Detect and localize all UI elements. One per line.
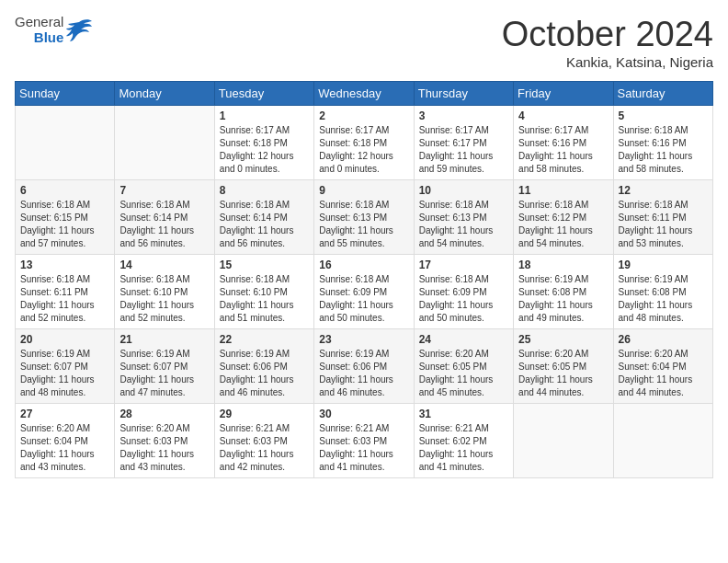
cell-content: Sunrise: 6:17 AMSunset: 6:16 PMDaylight:… — [518, 124, 608, 176]
day-number: 29 — [220, 408, 309, 420]
cell-content: Sunrise: 6:17 AMSunset: 6:18 PMDaylight:… — [220, 124, 309, 176]
day-number: 10 — [419, 184, 508, 197]
day-number: 4 — [518, 109, 608, 122]
day-number: 27 — [20, 408, 109, 420]
weekday-header: Sunday — [16, 82, 115, 106]
day-number: 21 — [119, 333, 209, 346]
day-number: 25 — [518, 333, 608, 346]
calendar-cell: 27Sunrise: 6:20 AMSunset: 6:04 PMDayligh… — [16, 404, 115, 478]
day-number: 7 — [119, 184, 209, 197]
calendar-cell: 16Sunrise: 6:18 AMSunset: 6:09 PMDayligh… — [314, 255, 414, 329]
day-number: 18 — [518, 259, 608, 271]
calendar-cell — [115, 106, 214, 180]
cell-content: Sunrise: 6:20 AMSunset: 6:05 PMDaylight:… — [518, 348, 608, 399]
day-number: 12 — [619, 184, 708, 197]
day-number: 28 — [119, 408, 209, 420]
cell-content: Sunrise: 6:20 AMSunset: 6:03 PMDaylight:… — [119, 422, 209, 474]
day-number: 20 — [20, 333, 109, 346]
cell-content: Sunrise: 6:21 AMSunset: 6:03 PMDaylight:… — [220, 422, 309, 474]
cell-content: Sunrise: 6:18 AMSunset: 6:15 PMDaylight:… — [20, 199, 109, 250]
day-number: 13 — [20, 259, 109, 271]
calendar-cell: 13Sunrise: 6:18 AMSunset: 6:11 PMDayligh… — [16, 255, 115, 329]
calendar-cell: 2Sunrise: 6:17 AMSunset: 6:18 PMDaylight… — [314, 106, 414, 180]
page-header: General Blue October 2024 Kankia, Katsin… — [15, 15, 713, 70]
day-number: 31 — [419, 408, 508, 420]
day-number: 2 — [319, 109, 408, 122]
calendar-cell: 24Sunrise: 6:20 AMSunset: 6:05 PMDayligh… — [414, 329, 513, 404]
calendar-cell: 28Sunrise: 6:20 AMSunset: 6:03 PMDayligh… — [115, 404, 214, 478]
calendar-cell: 22Sunrise: 6:19 AMSunset: 6:06 PMDayligh… — [214, 329, 313, 404]
cell-content: Sunrise: 6:18 AMSunset: 6:13 PMDaylight:… — [419, 199, 508, 250]
calendar-cell: 4Sunrise: 6:17 AMSunset: 6:16 PMDaylight… — [514, 106, 613, 180]
cell-content: Sunrise: 6:18 AMSunset: 6:14 PMDaylight:… — [220, 199, 309, 250]
logo-blue: Blue — [34, 30, 64, 46]
cell-content: Sunrise: 6:18 AMSunset: 6:13 PMDaylight:… — [319, 199, 408, 250]
calendar-cell: 1Sunrise: 6:17 AMSunset: 6:18 PMDaylight… — [214, 106, 313, 180]
cell-content: Sunrise: 6:18 AMSunset: 6:10 PMDaylight:… — [119, 273, 209, 325]
calendar-cell — [613, 404, 712, 478]
logo: General Blue — [15, 15, 93, 45]
day-number: 17 — [419, 259, 508, 271]
day-number: 23 — [319, 333, 408, 346]
calendar-cell: 15Sunrise: 6:18 AMSunset: 6:10 PMDayligh… — [214, 255, 313, 329]
calendar-cell: 17Sunrise: 6:18 AMSunset: 6:09 PMDayligh… — [414, 255, 513, 329]
cell-content: Sunrise: 6:17 AMSunset: 6:17 PMDaylight:… — [419, 124, 508, 176]
weekday-header: Monday — [115, 82, 214, 106]
cell-content: Sunrise: 6:18 AMSunset: 6:16 PMDaylight:… — [619, 124, 708, 176]
calendar-cell — [16, 106, 115, 180]
calendar-cell: 7Sunrise: 6:18 AMSunset: 6:14 PMDaylight… — [115, 180, 214, 255]
calendar-cell: 3Sunrise: 6:17 AMSunset: 6:17 PMDaylight… — [414, 106, 513, 180]
calendar-cell: 14Sunrise: 6:18 AMSunset: 6:10 PMDayligh… — [115, 255, 214, 329]
day-number: 8 — [220, 184, 309, 197]
day-number: 6 — [20, 184, 109, 197]
calendar-cell: 30Sunrise: 6:21 AMSunset: 6:03 PMDayligh… — [314, 404, 414, 478]
calendar-cell: 21Sunrise: 6:19 AMSunset: 6:07 PMDayligh… — [115, 329, 214, 404]
weekday-header: Wednesday — [314, 82, 414, 106]
day-number: 1 — [220, 109, 309, 122]
calendar-cell: 11Sunrise: 6:18 AMSunset: 6:12 PMDayligh… — [514, 180, 613, 255]
cell-content: Sunrise: 6:19 AMSunset: 6:08 PMDaylight:… — [518, 273, 608, 325]
calendar-week-row: 13Sunrise: 6:18 AMSunset: 6:11 PMDayligh… — [16, 255, 713, 329]
cell-content: Sunrise: 6:18 AMSunset: 6:14 PMDaylight:… — [119, 199, 209, 250]
cell-content: Sunrise: 6:18 AMSunset: 6:10 PMDaylight:… — [220, 273, 309, 325]
cell-content: Sunrise: 6:18 AMSunset: 6:12 PMDaylight:… — [518, 199, 608, 250]
cell-content: Sunrise: 6:20 AMSunset: 6:04 PMDaylight:… — [619, 348, 708, 399]
calendar-cell: 8Sunrise: 6:18 AMSunset: 6:14 PMDaylight… — [214, 180, 313, 255]
day-number: 11 — [518, 184, 608, 197]
calendar-cell: 29Sunrise: 6:21 AMSunset: 6:03 PMDayligh… — [214, 404, 313, 478]
calendar-cell: 18Sunrise: 6:19 AMSunset: 6:08 PMDayligh… — [514, 255, 613, 329]
day-number: 26 — [619, 333, 708, 346]
calendar-cell: 23Sunrise: 6:19 AMSunset: 6:06 PMDayligh… — [314, 329, 414, 404]
day-number: 15 — [220, 259, 309, 271]
cell-content: Sunrise: 6:18 AMSunset: 6:11 PMDaylight:… — [619, 199, 708, 250]
day-number: 5 — [619, 109, 708, 122]
cell-content: Sunrise: 6:21 AMSunset: 6:03 PMDaylight:… — [319, 422, 408, 474]
day-number: 16 — [319, 259, 408, 271]
weekday-header: Thursday — [414, 82, 513, 106]
calendar-cell: 10Sunrise: 6:18 AMSunset: 6:13 PMDayligh… — [414, 180, 513, 255]
logo-bird-icon — [65, 18, 93, 42]
cell-content: Sunrise: 6:18 AMSunset: 6:09 PMDaylight:… — [319, 273, 408, 325]
cell-content: Sunrise: 6:21 AMSunset: 6:02 PMDaylight:… — [419, 422, 508, 474]
cell-content: Sunrise: 6:20 AMSunset: 6:05 PMDaylight:… — [419, 348, 508, 399]
month-title: October 2024 — [502, 15, 713, 54]
day-number: 22 — [220, 333, 309, 346]
cell-content: Sunrise: 6:19 AMSunset: 6:07 PMDaylight:… — [20, 348, 109, 399]
calendar-week-row: 27Sunrise: 6:20 AMSunset: 6:04 PMDayligh… — [16, 404, 713, 478]
day-number: 3 — [419, 109, 508, 122]
cell-content: Sunrise: 6:17 AMSunset: 6:18 PMDaylight:… — [319, 124, 408, 176]
cell-content: Sunrise: 6:19 AMSunset: 6:06 PMDaylight:… — [220, 348, 309, 399]
weekday-header-row: SundayMondayTuesdayWednesdayThursdayFrid… — [16, 82, 713, 106]
calendar-cell: 26Sunrise: 6:20 AMSunset: 6:04 PMDayligh… — [613, 329, 712, 404]
calendar-cell: 31Sunrise: 6:21 AMSunset: 6:02 PMDayligh… — [414, 404, 513, 478]
calendar-cell: 6Sunrise: 6:18 AMSunset: 6:15 PMDaylight… — [16, 180, 115, 255]
day-number: 9 — [319, 184, 408, 197]
cell-content: Sunrise: 6:19 AMSunset: 6:08 PMDaylight:… — [619, 273, 708, 325]
title-block: October 2024 Kankia, Katsina, Nigeria — [502, 15, 713, 70]
calendar-week-row: 6Sunrise: 6:18 AMSunset: 6:15 PMDaylight… — [16, 180, 713, 255]
location: Kankia, Katsina, Nigeria — [502, 54, 713, 70]
weekday-header: Tuesday — [214, 82, 313, 106]
calendar-cell: 5Sunrise: 6:18 AMSunset: 6:16 PMDaylight… — [613, 106, 712, 180]
calendar-week-row: 20Sunrise: 6:19 AMSunset: 6:07 PMDayligh… — [16, 329, 713, 404]
logo-general: General — [15, 15, 63, 30]
